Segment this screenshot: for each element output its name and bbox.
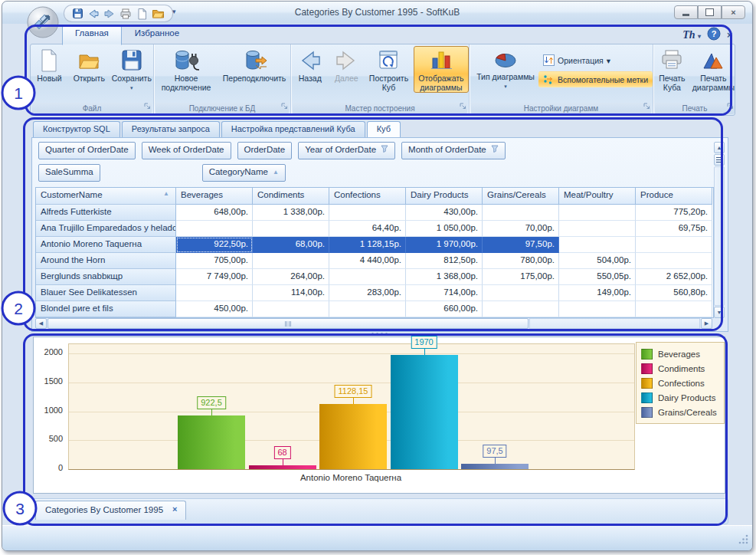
- column-header[interactable]: Confections: [329, 188, 406, 205]
- value-cell[interactable]: [483, 205, 559, 221]
- column-header[interactable]: Dairy Products: [406, 188, 483, 205]
- value-cell[interactable]: 1 368,00р.: [406, 269, 483, 285]
- open-button[interactable]: Открыть: [68, 46, 110, 84]
- build-cube-button[interactable]: Построить Куб: [364, 46, 414, 93]
- value-cell[interactable]: 1 970,00р.: [406, 237, 483, 253]
- value-cell[interactable]: 705,00р.: [176, 253, 253, 269]
- value-cell[interactable]: 264,00р.: [253, 269, 329, 285]
- value-cell[interactable]: 550,05р.: [559, 269, 636, 285]
- value-cell[interactable]: 283,00р.: [329, 285, 406, 301]
- value-cell[interactable]: 922,50р.: [176, 237, 253, 253]
- value-cell[interactable]: [329, 205, 406, 221]
- dialog-launcher-icon[interactable]: [643, 100, 651, 113]
- cube-tab-2[interactable]: Результаты запроса: [122, 121, 220, 137]
- value-cell[interactable]: 97,50р.: [483, 237, 559, 253]
- row-header-cell[interactable]: Around the Horn: [36, 253, 176, 269]
- dialog-launcher-icon[interactable]: [280, 100, 289, 113]
- row-header-cell[interactable]: Berglunds snabbкщр: [36, 269, 176, 285]
- minimize-button[interactable]: [674, 5, 698, 19]
- vertical-scroll-track[interactable]: [714, 166, 725, 306]
- horizontal-scroll-track[interactable]: [529, 318, 700, 329]
- value-cell[interactable]: [483, 301, 559, 317]
- value-cell[interactable]: [329, 301, 406, 317]
- value-cell[interactable]: 812,50р.: [406, 253, 483, 269]
- value-cell[interactable]: [176, 285, 253, 301]
- scroll-menu-button[interactable]: [714, 154, 725, 166]
- value-cell[interactable]: 560,80р.: [636, 285, 712, 301]
- horizontal-scrollbar[interactable]: ◀ ▶: [35, 318, 712, 329]
- dialog-launcher-icon[interactable]: [459, 100, 467, 113]
- value-cell[interactable]: 1 050,00р.: [406, 221, 483, 237]
- value-cell[interactable]: 7 749,00р.: [176, 269, 253, 285]
- next-button[interactable]: Далее: [329, 46, 364, 84]
- dialog-launcher-icon[interactable]: [143, 100, 152, 113]
- row-header-cell[interactable]: Antonio Moreno Taquerна: [36, 237, 176, 253]
- value-cell[interactable]: 430,00р.: [406, 205, 483, 221]
- value-cell[interactable]: 68,00р.: [253, 237, 329, 253]
- reconnect-button[interactable]: Переподключить: [218, 46, 290, 84]
- value-cell[interactable]: 2 652,00р.: [636, 269, 712, 285]
- value-cell[interactable]: 780,00р.: [483, 253, 559, 269]
- scroll-up-button[interactable]: ▲: [714, 142, 725, 153]
- column-header[interactable]: Grains/Cereals: [483, 188, 559, 205]
- filter-field-3[interactable]: OrderDate: [237, 142, 293, 159]
- value-cell[interactable]: 4 440,00р.: [329, 253, 406, 269]
- column-header[interactable]: Produce: [636, 188, 712, 205]
- filter-field-4[interactable]: Year of OrderDate: [298, 142, 395, 159]
- vertical-scrollbar[interactable]: ▲ ▼: [714, 142, 725, 318]
- value-cell[interactable]: [636, 253, 712, 269]
- row-header-cell[interactable]: Alfreds Futterkiste: [36, 205, 176, 221]
- scroll-down-button[interactable]: ▼: [714, 307, 725, 318]
- document-tab-close-icon[interactable]: ×: [172, 504, 177, 520]
- value-cell[interactable]: 1 338,00р.: [253, 205, 329, 221]
- cube-tab-4[interactable]: Куб: [367, 121, 401, 137]
- theme-selector-button[interactable]: Th ▾: [682, 29, 701, 41]
- value-cell[interactable]: 114,00р.: [253, 285, 329, 301]
- row-header-cell[interactable]: Ana Trujillo Emparedados y helados: [36, 221, 176, 237]
- column-header[interactable]: Condiments: [253, 188, 329, 205]
- column-header[interactable]: Meat/Poultry: [559, 188, 636, 205]
- ribbon-tab-1[interactable]: Главная: [62, 25, 122, 45]
- value-cell[interactable]: 1 128,15р.: [329, 237, 406, 253]
- value-cell[interactable]: 648,00р.: [176, 205, 253, 221]
- value-cell[interactable]: 70,00р.: [483, 221, 559, 237]
- value-cell[interactable]: [253, 253, 329, 269]
- value-cell[interactable]: [559, 301, 636, 317]
- save-button[interactable]: Сохранить▾: [110, 46, 153, 94]
- value-cell[interactable]: 714,00р.: [406, 285, 483, 301]
- column-header[interactable]: Beverages: [176, 188, 253, 205]
- ribbon-tab-2[interactable]: Избранное: [122, 25, 192, 45]
- cube-tab-3[interactable]: Настройка представлений Куба: [221, 121, 365, 137]
- splitter-handle[interactable]: [31, 331, 727, 336]
- row-header-cell[interactable]: Blauer See Delikatessen: [36, 285, 176, 301]
- aux-marks-button[interactable]: Вспомогательные метки: [538, 71, 653, 87]
- value-cell[interactable]: [483, 285, 559, 301]
- value-cell[interactable]: [636, 301, 712, 317]
- value-cell[interactable]: 64,40р.: [329, 221, 406, 237]
- value-cell[interactable]: [636, 237, 712, 253]
- horizontal-scroll-thumb[interactable]: [47, 318, 529, 329]
- print-chart-button[interactable]: Печать диаграммы: [691, 46, 736, 93]
- column-header-customername[interactable]: CustomerName▲: [36, 188, 176, 205]
- scroll-left-button[interactable]: ◀: [35, 318, 47, 329]
- value-cell[interactable]: [559, 205, 636, 221]
- value-cell[interactable]: [329, 269, 406, 285]
- value-cell[interactable]: [253, 221, 329, 237]
- scroll-right-button[interactable]: ▶: [701, 318, 712, 329]
- help-button[interactable]: ?: [707, 27, 721, 44]
- show-charts-button[interactable]: Отображать диаграммы: [414, 46, 469, 93]
- row-header-cell[interactable]: Blondel pиre et fils: [36, 301, 176, 317]
- close-button[interactable]: ×: [722, 5, 745, 19]
- dialog-launcher-icon[interactable]: [726, 100, 735, 113]
- print-cube-button[interactable]: Печать Куба: [653, 46, 691, 93]
- chart-type-button[interactable]: Тип диаграммы▾: [473, 46, 538, 92]
- value-cell[interactable]: 149,00р.: [559, 285, 636, 301]
- back-button[interactable]: Назад: [291, 46, 329, 84]
- value-cell[interactable]: [559, 237, 636, 253]
- cube-tab-1[interactable]: Конструктор SQL: [33, 121, 120, 137]
- value-cell[interactable]: 69,75р.: [636, 221, 712, 237]
- filter-field-5[interactable]: Month of OrderDate: [401, 142, 506, 159]
- data-field-salesumma[interactable]: SaleSumma: [38, 164, 100, 182]
- application-menu-button[interactable]: [26, 5, 60, 42]
- filter-field-1[interactable]: Quarter of OrderDate: [38, 142, 136, 159]
